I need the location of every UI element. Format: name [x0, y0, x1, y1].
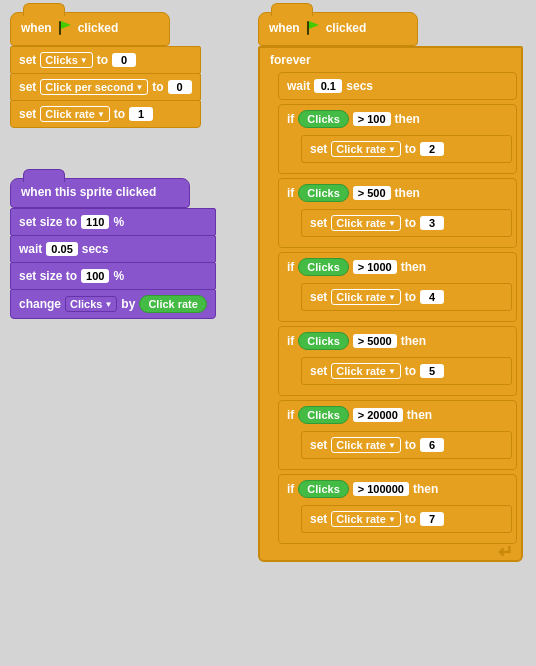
- if-body-100: set Click rate to 2: [297, 133, 516, 165]
- set-cr-5[interactable]: set Click rate to 5: [301, 357, 512, 385]
- set-cr-6[interactable]: set Click rate to 6: [301, 431, 512, 459]
- if-header-1000: if Clicks > 1000 then: [279, 253, 516, 281]
- wait-value-left[interactable]: 0.05: [46, 242, 77, 256]
- to-l7: to: [405, 512, 416, 526]
- click-rate-oval: Click rate: [139, 295, 207, 313]
- if-body-100000: set Click rate to 7: [297, 503, 516, 535]
- if-block-1000: if Clicks > 1000 then set Click rate to …: [278, 252, 517, 322]
- to-label3: to: [114, 107, 125, 121]
- if-body-5000: set Click rate to 5: [297, 355, 516, 387]
- wait-block-left[interactable]: wait 0.05 secs: [10, 235, 216, 263]
- if-label-1000: if: [287, 260, 294, 274]
- wait-01-value[interactable]: 0.1: [314, 79, 342, 93]
- gt-1000: > 1000: [353, 260, 397, 274]
- to-l: to: [405, 142, 416, 156]
- secs-label-left: secs: [82, 242, 109, 256]
- clicks-value[interactable]: 0: [112, 53, 136, 67]
- if-label-500: if: [287, 186, 294, 200]
- sprite-clicked-hat[interactable]: when this sprite clicked: [10, 178, 190, 208]
- cr-val-6[interactable]: 6: [420, 438, 444, 452]
- to-label: to: [97, 53, 108, 67]
- svg-marker-1: [61, 21, 71, 29]
- if-label-100000: if: [287, 482, 294, 496]
- gt-20000: > 20000: [353, 408, 403, 422]
- set-label: set: [19, 53, 36, 67]
- set-size-100-block[interactable]: set size to 100 %: [10, 262, 216, 290]
- then-5000: then: [401, 334, 426, 348]
- svg-marker-3: [309, 21, 319, 29]
- if-body-20000: set Click rate to 6: [297, 429, 516, 461]
- clickrate-value[interactable]: 1: [129, 107, 153, 121]
- cr-drop-3[interactable]: Click rate: [331, 215, 400, 231]
- set-clicks-block[interactable]: set Clicks to 0: [10, 46, 201, 74]
- clicks-oval-100: Clicks: [298, 110, 348, 128]
- if-header-20000: if Clicks > 20000 then: [279, 401, 516, 429]
- clicks-oval-500: Clicks: [298, 184, 348, 202]
- if-block-100: if Clicks > 100 then set Click rate to 2: [278, 104, 517, 174]
- cps-dropdown[interactable]: Click per second: [40, 79, 148, 95]
- svg-rect-0: [59, 21, 61, 35]
- cr-drop-6[interactable]: Click rate: [331, 437, 400, 453]
- if-header-500: if Clicks > 500 then: [279, 179, 516, 207]
- set-cr-4[interactable]: set Click rate to 4: [301, 283, 512, 311]
- set-size-110-block[interactable]: set size to 110 %: [10, 208, 216, 236]
- set-l7: set: [310, 512, 327, 526]
- cr-val-4[interactable]: 4: [420, 290, 444, 304]
- set-clickrate-block[interactable]: set Click rate to 1: [10, 100, 201, 128]
- gt-5000: > 5000: [353, 334, 397, 348]
- flag-icon: [56, 19, 74, 37]
- if-header-100: if Clicks > 100 then: [279, 105, 516, 133]
- clicks-oval-1000: Clicks: [298, 258, 348, 276]
- to-label2: to: [152, 80, 163, 94]
- if-header-5000: if Clicks > 5000 then: [279, 327, 516, 355]
- change-var-dropdown[interactable]: Clicks: [65, 296, 117, 312]
- clicks-oval-100000: Clicks: [298, 480, 348, 498]
- if-block-500: if Clicks > 500 then set Click rate to 3: [278, 178, 517, 248]
- size-100-value[interactable]: 100: [81, 269, 109, 283]
- percent-label: %: [113, 215, 124, 229]
- size-110-value[interactable]: 110: [81, 215, 109, 229]
- change-clicks-block[interactable]: change Clicks by Click rate: [10, 289, 216, 319]
- forever-block: forever wait 0.1 secs if Clicks > 100 th…: [258, 46, 523, 562]
- if-label-100: if: [287, 112, 294, 126]
- set-cr-3[interactable]: set Click rate to 3: [301, 209, 512, 237]
- clickrate-dropdown[interactable]: Click rate: [40, 106, 109, 122]
- cr-val-3[interactable]: 3: [420, 216, 444, 230]
- set-cps-block[interactable]: set Click per second to 0: [10, 73, 201, 101]
- cps-value[interactable]: 0: [168, 80, 192, 94]
- set-cr-7[interactable]: set Click rate to 7: [301, 505, 512, 533]
- set-cr-2[interactable]: set Click rate to 2: [301, 135, 512, 163]
- cr-drop-2[interactable]: Click rate: [331, 141, 400, 157]
- svg-rect-2: [307, 21, 309, 35]
- cr-val-7[interactable]: 7: [420, 512, 444, 526]
- gt-500: > 500: [353, 186, 391, 200]
- gt-100000: > 100000: [353, 482, 409, 496]
- clicked-label: clicked: [78, 21, 119, 35]
- cr-drop-4[interactable]: Click rate: [331, 289, 400, 305]
- sprite-clicked-label: when this sprite clicked: [21, 185, 156, 199]
- then-100000: then: [413, 482, 438, 496]
- hat-block-flag-right[interactable]: when clicked: [258, 12, 418, 46]
- set-size-label: set size to: [19, 215, 77, 229]
- then-1000: then: [401, 260, 426, 274]
- wait-01-block[interactable]: wait 0.1 secs: [278, 72, 517, 100]
- set-size-label2: set size to: [19, 269, 77, 283]
- percent-label2: %: [113, 269, 124, 283]
- to-l5: to: [405, 364, 416, 378]
- cr-drop-7[interactable]: Click rate: [331, 511, 400, 527]
- wait-label-left: wait: [19, 242, 42, 256]
- right-group: when clicked forever wait 0.1 secs if Cl…: [258, 12, 523, 562]
- if-block-20000: if Clicks > 20000 then set Click rate to…: [278, 400, 517, 470]
- gt-100: > 100: [353, 112, 391, 126]
- when-label: when: [21, 21, 52, 35]
- then-20000: then: [407, 408, 432, 422]
- if-body-1000: set Click rate to 4: [297, 281, 516, 313]
- cr-drop-5[interactable]: Click rate: [331, 363, 400, 379]
- if-block-5000: if Clicks > 5000 then set Click rate to …: [278, 326, 517, 396]
- cr-val-5[interactable]: 5: [420, 364, 444, 378]
- to-l4: to: [405, 290, 416, 304]
- clicks-oval-5000: Clicks: [298, 332, 348, 350]
- cr-val-2[interactable]: 2: [420, 142, 444, 156]
- hat-block-flag-left[interactable]: when clicked: [10, 12, 170, 46]
- clicks-dropdown[interactable]: Clicks: [40, 52, 92, 68]
